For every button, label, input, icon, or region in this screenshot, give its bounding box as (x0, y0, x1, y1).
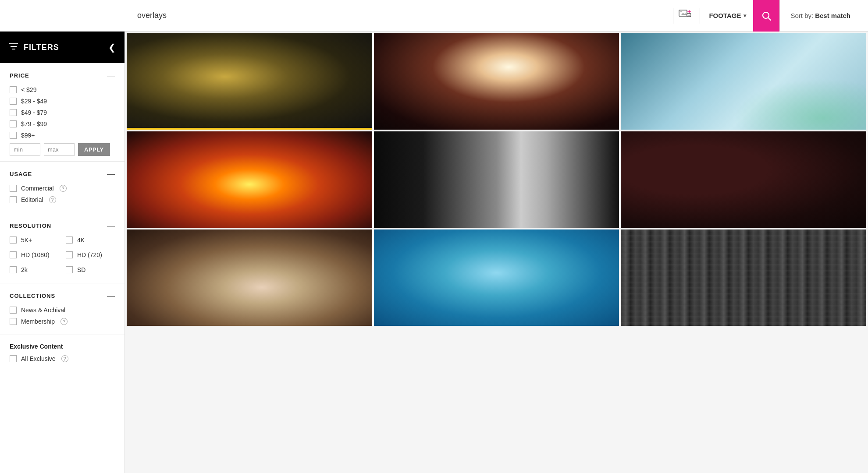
membership-checkbox[interactable] (10, 318, 17, 325)
grid-item-3[interactable] (621, 33, 866, 130)
search-header: FOOTAGE ▾ Sort by: Best match (0, 0, 868, 32)
usage-editorial[interactable]: Editorial ? (10, 196, 115, 203)
grid-item-4[interactable] (127, 131, 372, 228)
price-title: PRICE (10, 72, 29, 79)
sidebar: FILTERS ❮ PRICE — < $29 $29 - $ (0, 32, 125, 473)
price-checkbox-3[interactable] (10, 109, 17, 116)
price-label-1: < $29 (21, 86, 36, 93)
news-checkbox[interactable] (10, 307, 17, 314)
exclusive-all[interactable]: All Exclusive ? (10, 355, 115, 362)
exclusive-help-icon[interactable]: ? (61, 355, 68, 362)
exclusive-section: Exclusive Content All Exclusive ? (0, 335, 125, 372)
res-hd1080-label: HD (1080) (21, 251, 50, 258)
usage-title: USAGE (10, 171, 32, 177)
grid-item-7[interactable] (127, 229, 372, 326)
grid-row-1 (127, 33, 866, 130)
price-checkbox-1[interactable] (10, 86, 17, 93)
divider-2 (700, 8, 700, 24)
search-button[interactable] (753, 0, 779, 32)
search-icon (761, 11, 772, 21)
collections-section: COLLECTIONS — News & Archival Membership… (0, 283, 125, 335)
search-input[interactable] (132, 7, 668, 24)
commercial-help-icon[interactable]: ? (60, 185, 67, 192)
res-hd720[interactable]: HD (720) (66, 251, 115, 258)
price-collapse-icon[interactable]: — (107, 71, 115, 80)
grid-item-8[interactable] (374, 229, 619, 326)
exclusive-title: Exclusive Content (10, 343, 115, 350)
image-type-icon[interactable] (679, 10, 691, 22)
exclusive-checkbox[interactable] (10, 355, 17, 362)
price-label-2: $29 - $49 (21, 98, 47, 105)
price-options: < $29 $29 - $49 $49 - $79 $79 - $99 (10, 86, 115, 139)
res-sd-label: SD (77, 266, 85, 273)
price-label-4: $79 - $99 (21, 120, 47, 127)
res-5k-checkbox[interactable] (10, 236, 17, 244)
commercial-label: Commercial (21, 185, 54, 192)
svg-line-6 (768, 18, 771, 20)
res-2k-label: 2k (21, 266, 28, 273)
editorial-help-icon[interactable]: ? (49, 196, 56, 203)
res-hd1080-checkbox[interactable] (10, 251, 17, 258)
price-checkbox-5[interactable] (10, 132, 17, 139)
res-4k-checkbox[interactable] (66, 236, 73, 244)
close-icon[interactable]: ❮ (108, 42, 116, 53)
grid-item-6[interactable] (621, 131, 866, 228)
grid-item-1[interactable] (127, 33, 372, 130)
membership-help-icon[interactable]: ? (60, 318, 68, 325)
svg-marker-1 (681, 13, 687, 15)
grid-item-9[interactable] (621, 229, 866, 326)
res-2k[interactable]: 2k (10, 266, 59, 273)
apply-button[interactable]: APPLY (78, 143, 110, 156)
footage-label: FOOTAGE (709, 12, 741, 19)
editorial-checkbox[interactable] (10, 196, 17, 203)
res-2k-checkbox[interactable] (10, 266, 17, 273)
footage-selector[interactable]: FOOTAGE ▾ (705, 9, 750, 22)
res-5k-label: 5K+ (21, 236, 32, 244)
price-max-input[interactable] (44, 143, 75, 156)
price-option-1[interactable]: < $29 (10, 86, 115, 93)
price-range: APPLY (10, 143, 115, 156)
grid-item-2[interactable] (374, 33, 619, 130)
price-min-input[interactable] (10, 143, 40, 156)
filter-icon (9, 42, 18, 53)
sort-area: Sort by: Best match (779, 0, 861, 32)
res-4k[interactable]: 4K (66, 236, 115, 244)
price-option-3[interactable]: $49 - $79 (10, 109, 115, 116)
res-4k-label: 4K (77, 236, 85, 244)
resolution-title: RESOLUTION (10, 222, 51, 229)
price-checkbox-2[interactable] (10, 98, 17, 105)
membership-label: Membership (21, 318, 55, 325)
price-option-5[interactable]: $99+ (10, 132, 115, 139)
usage-commercial[interactable]: Commercial ? (10, 185, 115, 192)
svg-point-2 (680, 11, 682, 12)
sort-label: Sort by: (790, 12, 813, 19)
exclusive-label: All Exclusive (21, 355, 56, 362)
collection-news[interactable]: News & Archival (10, 307, 115, 314)
resolution-options: 5K+ 4K HD (1080) HD (720) (10, 236, 115, 278)
res-5k[interactable]: 5K+ (10, 236, 59, 244)
price-label-5: $99+ (21, 132, 35, 139)
content-area (125, 32, 868, 473)
res-hd1080[interactable]: HD (1080) (10, 251, 59, 258)
price-option-2[interactable]: $29 - $49 (10, 98, 115, 105)
commercial-checkbox[interactable] (10, 185, 17, 192)
usage-section: USAGE — Commercial ? Editorial ? (0, 162, 125, 213)
collections-collapse-icon[interactable]: — (107, 291, 115, 300)
news-label: News & Archival (21, 307, 65, 314)
usage-collapse-icon[interactable]: — (107, 169, 115, 179)
price-checkbox-4[interactable] (10, 120, 17, 127)
res-sd[interactable]: SD (66, 266, 115, 273)
grid-row-3 (127, 229, 866, 326)
chevron-down-icon: ▾ (743, 13, 746, 19)
search-divider (673, 8, 673, 24)
collection-membership[interactable]: Membership ? (10, 318, 115, 325)
res-sd-checkbox[interactable] (66, 266, 73, 273)
price-option-4[interactable]: $79 - $99 (10, 120, 115, 127)
grid-item-5[interactable] (374, 131, 619, 228)
resolution-collapse-icon[interactable]: — (107, 221, 115, 230)
yellow-bar (127, 128, 372, 130)
filters-label: FILTERS (24, 43, 59, 52)
editorial-label: Editorial (21, 196, 43, 203)
res-hd720-checkbox[interactable] (66, 251, 73, 258)
svg-marker-4 (688, 14, 690, 16)
